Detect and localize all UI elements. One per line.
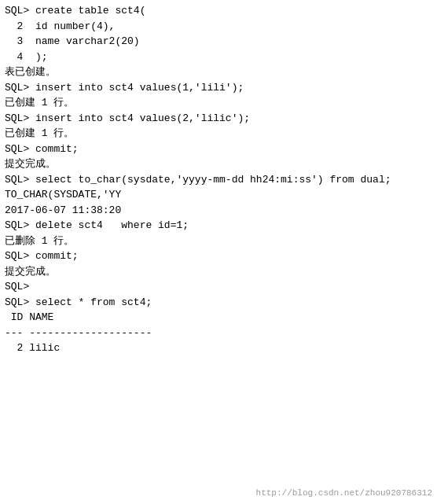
terminal-line: SQL> insert into sct4 values(2,'lilic');: [5, 111, 432, 127]
terminal-line: 提交完成。: [5, 156, 432, 172]
terminal-window: SQL> create table sct4( 2 id number(4), …: [0, 0, 437, 504]
terminal-line: 已创建 1 行。: [5, 126, 432, 142]
terminal-line: SQL> insert into sct4 values(1,'lili');: [5, 80, 432, 96]
terminal-line: 2 lilic: [5, 340, 432, 356]
terminal-line: SQL> create table sct4(: [5, 3, 432, 19]
terminal-line: SQL> commit;: [5, 248, 432, 264]
terminal-line: 4 );: [5, 50, 432, 65]
terminal-line: ID NAME: [5, 310, 432, 326]
terminal-line: SQL> select * from sct4;: [5, 295, 432, 311]
terminal-line: 2 id number(4),: [5, 19, 432, 35]
terminal-line: 表已创建。: [5, 64, 432, 80]
terminal-output: SQL> create table sct4( 2 id number(4), …: [5, 3, 432, 356]
terminal-line: SQL> delete sct4 where id=1;: [5, 218, 432, 234]
terminal-line: SQL> commit;: [5, 142, 432, 157]
terminal-line: 已创建 1 行。: [5, 95, 432, 111]
terminal-line: 提交完成。: [5, 264, 432, 280]
terminal-line: 已删除 1 行。: [5, 234, 432, 249]
terminal-line: SQL>: [5, 279, 432, 295]
terminal-line: 2017-06-07 11:38:20: [5, 203, 432, 219]
watermark: http://blog.csdn.net/zhou920786312: [256, 488, 432, 498]
terminal-line: SQL> select to_char(sysdate,'yyyy-mm-dd …: [5, 172, 432, 188]
terminal-line: 3 name varchar2(20): [5, 34, 432, 50]
terminal-line: --- --------------------: [5, 326, 432, 341]
terminal-line: TO_CHAR(SYSDATE,'YY: [5, 187, 432, 203]
